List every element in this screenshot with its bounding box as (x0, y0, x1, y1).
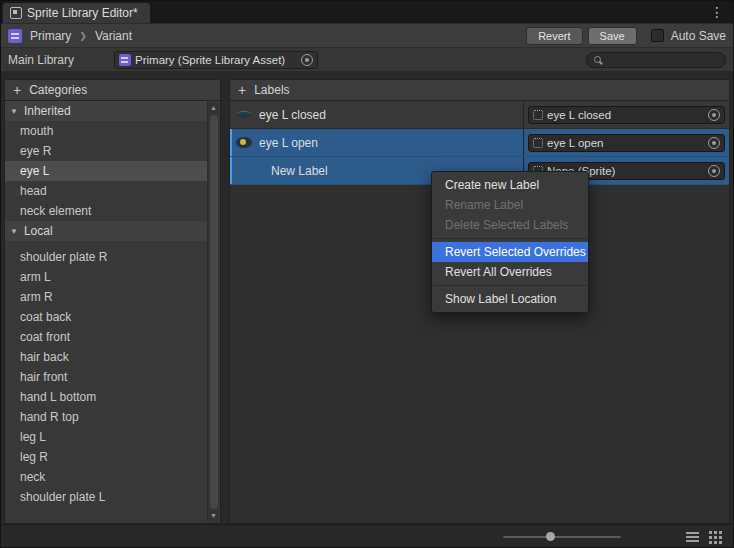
save-button[interactable]: Save (588, 27, 637, 45)
category-item[interactable]: arm L (5, 267, 207, 287)
categories-scrollbar[interactable]: ▲ ▼ (207, 102, 219, 522)
label-name: eye L open (259, 136, 523, 150)
category-group-header[interactable]: ▼Inherited (5, 101, 207, 121)
context-menu: Create new LabelRename LabelDelete Selec… (431, 171, 589, 313)
category-item[interactable]: hand R top (5, 407, 207, 427)
label-row[interactable]: eye L openeye L open (230, 129, 729, 157)
scroll-down-icon[interactable]: ▼ (208, 511, 219, 521)
main-library-bar: Main Library Primary (Sprite Library Ass… (1, 47, 733, 71)
categories-panel: + Categories ▼Inheritedmoutheye Reye Lhe… (4, 79, 221, 524)
sprite-library-icon (8, 29, 22, 43)
menu-item: Rename Label (432, 195, 588, 215)
category-item[interactable]: coat front (5, 327, 207, 347)
labels-header: + Labels (230, 80, 729, 101)
menu-divider (433, 285, 587, 286)
label-name: eye L closed (259, 108, 523, 122)
object-picker-icon[interactable] (708, 137, 720, 149)
status-bar (1, 524, 733, 547)
category-item[interactable]: eye L (5, 161, 207, 181)
eye-closed-thumbnail (236, 111, 252, 118)
categories-header: + Categories (5, 80, 220, 101)
zoom-slider-knob[interactable] (546, 532, 555, 541)
sprite-icon (533, 110, 543, 120)
category-item[interactable]: shoulder plate L (5, 487, 207, 507)
add-label-button[interactable]: + (238, 83, 246, 97)
tab-sprite-library-editor[interactable]: Sprite Library Editor* (3, 3, 150, 23)
sprite-field-value: eye L closed (547, 109, 704, 121)
main-library-value: Primary (Sprite Library Asset) (135, 54, 297, 66)
labels-title: Labels (254, 83, 289, 97)
category-item[interactable]: coat back (5, 307, 207, 327)
sprite-field-slot: eye L open (523, 129, 729, 156)
menu-divider (433, 238, 587, 239)
category-item[interactable]: head (5, 181, 207, 201)
search-input[interactable] (606, 53, 718, 67)
category-item[interactable]: hair front (5, 367, 207, 387)
scroll-up-icon[interactable]: ▲ (208, 103, 219, 113)
object-picker-icon[interactable] (301, 54, 313, 66)
zoom-slider[interactable] (503, 525, 621, 548)
category-group-label: Local (24, 224, 53, 238)
category-group: ▼Inheritedmoutheye Reye Lheadneck elemen… (5, 101, 207, 221)
zoom-slider-track[interactable] (503, 536, 621, 538)
sprite-library-asset-icon (119, 54, 131, 66)
category-group-items: moutheye Reye Lheadneck element (5, 121, 207, 221)
main-library-label: Main Library (8, 53, 106, 67)
auto-save-label: Auto Save (671, 29, 726, 43)
tab-title: Sprite Library Editor* (27, 6, 138, 20)
eye-open-thumbnail (236, 137, 252, 148)
categories-title: Categories (29, 83, 87, 97)
sprite-library-editor-icon (10, 7, 22, 19)
revert-button[interactable]: Revert (526, 27, 582, 45)
menu-item[interactable]: Revert All Overrides (432, 262, 588, 282)
object-picker-icon[interactable] (708, 165, 720, 177)
category-item[interactable]: hair back (5, 347, 207, 367)
category-group: ▼Localshoulder plate Rarm Larm Rcoat bac… (5, 221, 207, 507)
sprite-object-field[interactable]: eye L closed (528, 106, 725, 124)
sprite-library-editor-window: Sprite Library Editor* ⋮ Primary ❯ Varia… (0, 0, 734, 548)
menu-item[interactable]: Revert Selected Overrides (432, 242, 588, 262)
category-item[interactable]: mouth (5, 121, 207, 141)
breadcrumb-variant[interactable]: Variant (92, 29, 135, 43)
category-item[interactable]: leg R (5, 447, 207, 467)
category-item[interactable]: arm R (5, 287, 207, 307)
list-view-icon[interactable] (686, 532, 699, 543)
search-field[interactable] (586, 52, 726, 68)
category-item[interactable]: leg L (5, 427, 207, 447)
category-group-items: shoulder plate Rarm Larm Rcoat backcoat … (5, 247, 207, 507)
category-item[interactable]: neck element (5, 201, 207, 221)
chevron-right-icon: ❯ (79, 30, 87, 41)
sprite-field-value: eye L open (547, 137, 704, 149)
window-menu-icon[interactable]: ⋮ (701, 4, 733, 20)
menu-item[interactable]: Show Label Location (432, 289, 588, 309)
sprite-icon (533, 138, 543, 148)
panel-splitter[interactable] (221, 79, 229, 524)
add-category-button[interactable]: + (13, 83, 21, 97)
search-icon (594, 56, 601, 63)
categories-list: ▼Inheritedmoutheye Reye Lheadneck elemen… (5, 101, 207, 523)
main-library-object-field[interactable]: Primary (Sprite Library Asset) (114, 51, 318, 69)
breadcrumb-primary[interactable]: Primary (27, 29, 74, 43)
main-content: + Categories ▼Inheritedmoutheye Reye Lhe… (4, 79, 730, 524)
category-item[interactable]: neck (5, 467, 207, 487)
auto-save-checkbox[interactable] (651, 29, 664, 42)
grid-view-icon[interactable] (709, 531, 722, 544)
category-group-header[interactable]: ▼Local (5, 221, 207, 241)
category-item[interactable]: eye R (5, 141, 207, 161)
breadcrumb-toolbar: Primary ❯ Variant Revert Save Auto Save (1, 23, 733, 47)
category-group-label: Inherited (24, 104, 71, 118)
foldout-open-icon: ▼ (10, 227, 18, 236)
label-row[interactable]: eye L closedeye L closed (230, 101, 729, 129)
category-item[interactable]: hand L bottom (5, 387, 207, 407)
object-picker-icon[interactable] (708, 109, 720, 121)
category-item[interactable]: shoulder plate R (5, 247, 207, 267)
sprite-object-field[interactable]: eye L open (528, 134, 725, 152)
foldout-open-icon: ▼ (10, 107, 18, 116)
scrollbar-thumb[interactable] (210, 115, 218, 509)
menu-item[interactable]: Create new Label (432, 175, 588, 195)
sprite-field-slot: eye L closed (523, 101, 729, 128)
menu-item: Delete Selected Labels (432, 215, 588, 235)
tab-bar: Sprite Library Editor* ⋮ (1, 1, 733, 23)
